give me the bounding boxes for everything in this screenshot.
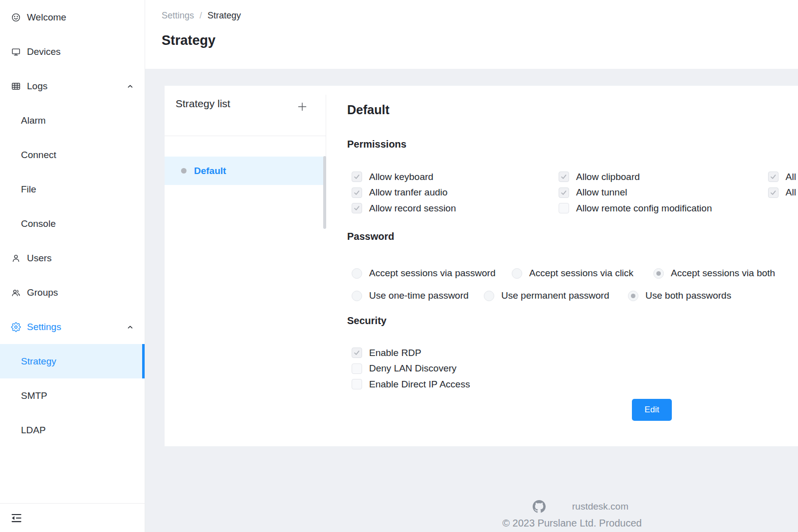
checkbox[interactable] [768, 172, 779, 182]
sidebar-item-label: Devices [27, 46, 135, 57]
option-deny-lan-discovery: Deny LAN Discovery [352, 361, 470, 377]
sidebar-item-label: Strategy [21, 356, 135, 367]
option-label: Enable RDP [369, 348, 421, 358]
permissions-options: Allow keyboard Allow clipboard All Allow… [352, 169, 798, 216]
option-label: Accept sessions via both [671, 268, 775, 279]
sidebar-item-file[interactable]: File [0, 172, 145, 206]
option-allow-clipboard: Allow clipboard [559, 169, 768, 185]
chevron-up-icon [126, 82, 135, 91]
option-accept-via-password: Accept sessions via password [352, 265, 512, 281]
sidebar-item-logs[interactable]: Logs [0, 69, 145, 103]
option-accept-via-both: Accept sessions via both [653, 265, 798, 281]
option-label: Accept sessions via click [529, 268, 633, 279]
option-label: Allow remote config modification [576, 203, 712, 214]
checkbox[interactable] [559, 172, 569, 182]
sidebar-item-label: Users [27, 253, 135, 264]
option-label: Allow keyboard [369, 172, 433, 182]
permissions-section-title: Permissions [347, 139, 406, 150]
strategy-item-label: Default [194, 166, 226, 177]
sidebar-item-label: LDAP [21, 425, 135, 436]
option-label: Deny LAN Discovery [369, 363, 456, 374]
sidebar-item-label: Connect [21, 150, 135, 161]
sidebar-item-label: SMTP [21, 390, 135, 401]
option-enable-rdp: Enable RDP [352, 345, 470, 361]
list-header-divider [165, 136, 326, 136]
breadcrumb-current: Strategy [207, 10, 241, 21]
strategy-card: Strategy list Default Default Permission… [165, 86, 798, 446]
option-allow-tunnel: Allow tunnel [559, 185, 768, 201]
breadcrumb: Settings / Strategy [162, 10, 241, 21]
checkbox[interactable] [352, 187, 362, 198]
plus-icon [296, 101, 308, 113]
option-label: Allow record session [369, 203, 456, 214]
sidebar-footer [0, 503, 145, 532]
sidebar-item-label: Logs [27, 81, 126, 92]
radio[interactable] [512, 268, 522, 279]
checkbox[interactable] [352, 348, 362, 358]
checkbox[interactable] [352, 363, 362, 374]
option-both-passwords: Use both passwords [628, 288, 798, 304]
option-label: All [786, 187, 796, 198]
github-icon [533, 500, 546, 513]
rustdesk-link[interactable]: rustdesk.com [572, 501, 628, 512]
security-section-title: Security [347, 315, 387, 327]
sidebar-item-strategy[interactable]: Strategy [0, 344, 145, 378]
sidebar-item-alarm[interactable]: Alarm [0, 103, 145, 138]
active-indicator-bar [142, 344, 145, 378]
sidebar-item-settings[interactable]: Settings [0, 310, 145, 344]
option-one-time-password: Use one-time password [352, 288, 484, 304]
checkbox[interactable] [352, 203, 362, 213]
checkbox[interactable] [768, 187, 779, 198]
strategy-list-title: Strategy list [176, 98, 230, 110]
strategy-list-item-default[interactable]: Default [165, 157, 324, 185]
sidebar: Welcome Devices Logs Alarm Connect File [0, 0, 145, 532]
gear-icon [11, 322, 21, 332]
radio[interactable] [484, 291, 494, 301]
collapse-sidebar-button[interactable] [10, 512, 23, 525]
sidebar-item-console[interactable]: Console [0, 206, 145, 241]
password-mode-options: Accept sessions via password Accept sess… [352, 265, 798, 281]
sidebar-item-welcome[interactable]: Welcome [0, 0, 145, 34]
option-label: Allow clipboard [576, 172, 640, 182]
option-allow-remote-config: Allow remote config modification [559, 200, 768, 216]
checkbox[interactable] [559, 203, 569, 213]
password-section-title: Password [347, 231, 394, 242]
add-strategy-button[interactable] [295, 99, 310, 114]
option-label: Use one-time password [369, 290, 469, 301]
github-link[interactable] [533, 500, 546, 513]
radio[interactable] [653, 268, 664, 279]
sidebar-item-label: File [21, 184, 135, 195]
page-header: Settings / Strategy Strategy [145, 0, 798, 69]
sidebar-item-label: Console [21, 218, 135, 229]
checkbox[interactable] [559, 187, 569, 198]
sidebar-item-ldap[interactable]: LDAP [0, 413, 145, 447]
option-label: Accept sessions via password [369, 268, 495, 279]
radio[interactable] [628, 291, 638, 301]
option-truncated: All [768, 169, 798, 185]
edit-button[interactable]: Edit [632, 399, 672, 421]
user-icon [11, 253, 21, 263]
option-label: Use permanent password [501, 290, 609, 301]
option-allow-keyboard: Allow keyboard [352, 169, 559, 185]
copyright-text: © 2023 Purslane Ltd. Produced [422, 518, 722, 529]
list-scrollbar-thumb[interactable] [323, 156, 326, 229]
checkbox[interactable] [352, 172, 362, 182]
sidebar-item-label: Alarm [21, 115, 135, 126]
option-label: Use both passwords [645, 290, 731, 301]
option-allow-record-session: Allow record session [352, 200, 559, 216]
radio[interactable] [352, 291, 362, 301]
bullet-dot-icon [181, 168, 187, 174]
radio[interactable] [352, 268, 362, 279]
sidebar-nav: Welcome Devices Logs Alarm Connect File [0, 0, 145, 447]
checkbox[interactable] [352, 379, 362, 389]
chevron-up-icon [126, 323, 135, 332]
fold-icon [10, 512, 23, 525]
option-accept-via-click: Accept sessions via click [512, 265, 653, 281]
security-options: Enable RDP Deny LAN Discovery Enable Dir… [352, 345, 470, 392]
sidebar-item-smtp[interactable]: SMTP [0, 378, 145, 413]
breadcrumb-settings[interactable]: Settings [162, 10, 194, 21]
sidebar-item-groups[interactable]: Groups [0, 275, 145, 310]
sidebar-item-users[interactable]: Users [0, 241, 145, 275]
sidebar-item-devices[interactable]: Devices [0, 34, 145, 69]
sidebar-item-connect[interactable]: Connect [0, 138, 145, 172]
